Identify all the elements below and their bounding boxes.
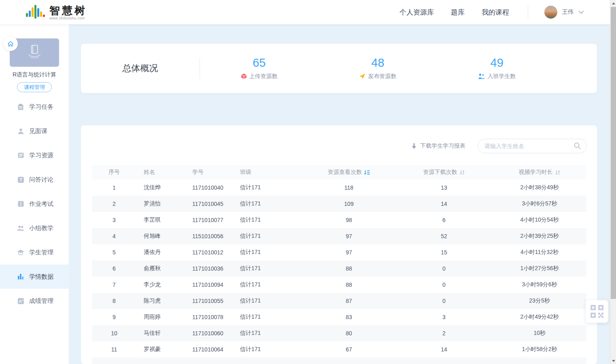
table-cell: 信计171: [234, 244, 302, 260]
table-cell: 67: [302, 341, 395, 358]
stat-published-resources: 48 发布资源数: [359, 57, 396, 80]
table-cell: 23分5秒: [493, 293, 586, 309]
table-cell: 5: [92, 244, 136, 260]
stat-value: 65: [241, 57, 278, 70]
table-row: 11罗祺豪1171010064信计17167141小时58分2秒: [92, 341, 586, 358]
sidebar-item-label: 问答讨论: [29, 176, 53, 184]
table-cell: 信计171: [234, 260, 302, 277]
course-manage-button[interactable]: 课程管理: [17, 82, 52, 92]
table-cell: 罗祺豪: [136, 341, 185, 358]
nav-personal-resources[interactable]: 个人资源库: [399, 8, 434, 17]
table-row: 5潘依丹1171010012信计17197154小时11分32秒: [92, 244, 586, 260]
sidebar-item-learning-resources[interactable]: 学习资源: [0, 143, 69, 167]
table-cell: 97: [302, 244, 395, 260]
stat-enrolled-students: 49 入班学生数: [478, 57, 516, 80]
table-cell: 2: [395, 325, 493, 341]
sidebar-item-homework-exams[interactable]: 作业考试: [0, 192, 69, 216]
students-icon: [478, 73, 485, 79]
col-video-time[interactable]: 视频学习时长: [493, 165, 586, 180]
scrollbar-down-arrow[interactable]: [610, 358, 616, 364]
grade-a-plus-icon: A+: [17, 297, 24, 305]
sidebar-item-label: 学习资源: [29, 152, 53, 159]
paper-plane-icon: [359, 73, 365, 79]
table-row: 7李少龙1171010094信计1718803小时59分6秒: [92, 277, 586, 293]
home-icon: [7, 41, 14, 47]
sidebar-item-meetings[interactable]: 见面课: [0, 119, 69, 143]
sort-both-icon[interactable]: [459, 170, 465, 175]
sidebar-item-label: 学习任务: [29, 103, 53, 111]
logo-bars-icon: [26, 4, 45, 20]
scrollbar-up-arrow[interactable]: [610, 0, 616, 6]
table-cell: 罗清怡: [136, 196, 185, 212]
nav-divider: [528, 5, 528, 19]
table-cell: 6: [92, 260, 136, 277]
nav-question-bank[interactable]: 题库: [451, 8, 465, 17]
user-menu[interactable]: 王伟: [544, 6, 584, 19]
sidebar-item-learning-data[interactable]: 学情数据: [0, 265, 69, 289]
nav-my-courses[interactable]: 我的课程: [482, 8, 509, 17]
top-header: 智慧树 www.zhihuishu.com 个人资源库 题库 我的课程 王伟: [0, 0, 610, 24]
student-search: [478, 139, 587, 153]
home-button[interactable]: [3, 36, 18, 51]
table-cell: 109: [302, 196, 395, 212]
bar-chart-icon: [17, 273, 24, 280]
col-resource-downloads[interactable]: 资源下载次数: [395, 165, 493, 180]
table-row-partial: [92, 358, 586, 364]
table-cell: 52: [395, 228, 493, 244]
table-cell: 11: [92, 341, 136, 358]
table-cell: 何旭峰: [136, 228, 185, 244]
col-student-id: 学号: [185, 165, 234, 180]
chevron-down-icon[interactable]: [578, 11, 584, 14]
table-cell: 0: [395, 293, 493, 309]
table-cell: 1: [92, 180, 136, 196]
table-cell: 15: [395, 244, 493, 260]
table-cell: 马佳轩: [136, 325, 185, 341]
col-class: 班级: [234, 165, 302, 180]
sidebar-item-qa-discussion[interactable]: ? 问答讨论: [0, 167, 69, 192]
scrollbar-thumb[interactable]: [611, 7, 616, 299]
table-cell: 118: [302, 180, 395, 196]
table-cell: 14: [395, 341, 493, 358]
table-cell: 信计171: [234, 341, 302, 358]
table-cell: 俞雁秋: [136, 260, 185, 277]
table-cell: 2小时38分49秒: [493, 180, 586, 196]
overview-title: 总体概况: [81, 62, 200, 74]
table-cell: 8: [92, 293, 136, 309]
brand-url: www.zhihuishu.com: [49, 17, 87, 20]
sidebar-item-label: 成绩管理: [29, 297, 53, 305]
brand-logo[interactable]: 智慧树 www.zhihuishu.com: [26, 4, 87, 20]
table-cell: 83: [302, 309, 395, 325]
stat-value: 49: [478, 57, 516, 70]
sidebar-menu: 学习任务 见面课 学习资源 ? 问答讨论: [0, 95, 69, 313]
brand-name: 智慧树: [49, 5, 87, 16]
search-icon[interactable]: [574, 142, 581, 150]
table-cell: 李芷琪: [136, 212, 185, 228]
sidebar-item-learning-tasks[interactable]: 学习任务: [0, 95, 69, 119]
sort-descending-active-icon[interactable]: [364, 170, 370, 175]
table-cell: 13: [395, 180, 493, 196]
stat-uploaded-resources: 65 上传资源数: [241, 57, 278, 80]
download-label: 下载学生学习报表: [420, 142, 465, 150]
sidebar-item-student-management[interactable]: 学生管理: [0, 240, 69, 265]
download-report-button[interactable]: 下载学生学习报表: [411, 142, 465, 150]
page-scrollbar[interactable]: [610, 0, 616, 364]
table-cell: 1171010012: [185, 244, 234, 260]
cube-icon: [241, 73, 247, 79]
sidebar-item-grade-management[interactable]: A+ 成绩管理: [0, 289, 69, 313]
sidebar-item-group-teaching[interactable]: 小组教学: [0, 216, 69, 240]
table-cell: 4: [92, 228, 136, 244]
table-cell: 2小时49分42秒: [493, 309, 586, 325]
app-root: 智慧树 www.zhihuishu.com 个人资源库 题库 我的课程 王伟: [0, 0, 616, 364]
sidebar: R语言与统计计算 课程管理 学习任务 见面课 学习资源: [0, 24, 69, 364]
top-nav: 个人资源库 题库 我的课程 王伟: [382, 5, 584, 19]
table-cell: 李少龙: [136, 277, 185, 293]
avatar[interactable]: [544, 6, 557, 19]
sort-both-icon[interactable]: [555, 170, 561, 175]
table-row: 6俞雁秋1171010036信计1718801小时27分56秒: [92, 260, 586, 277]
col-resource-views[interactable]: 资源查看次数: [302, 165, 395, 180]
student-learning-panel: 下载学生学习报表 序号 姓名: [81, 125, 597, 364]
qr-code-button[interactable]: [586, 300, 608, 323]
search-input[interactable]: [478, 139, 587, 153]
qr-code-icon: [590, 305, 604, 318]
table-cell: 10: [92, 325, 136, 341]
